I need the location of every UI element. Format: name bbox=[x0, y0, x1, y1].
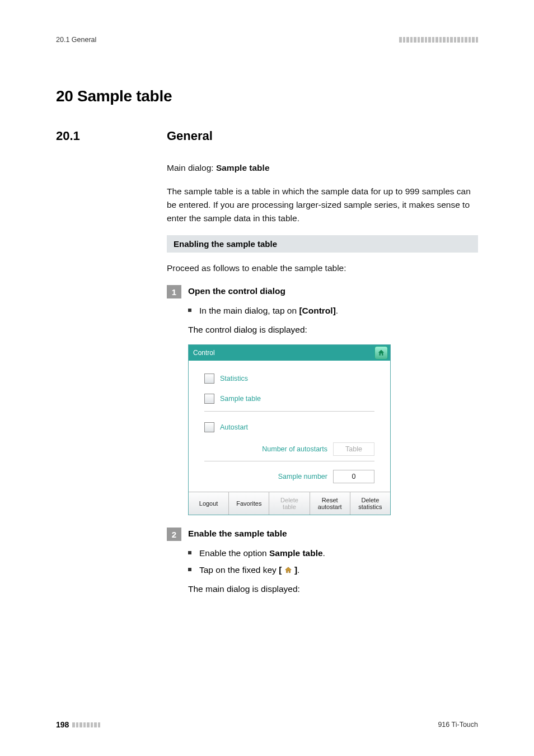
step-1-bullet-1-suffix: . bbox=[336, 306, 338, 315]
checkbox-icon[interactable] bbox=[204, 374, 214, 384]
step-1-number: 1 bbox=[167, 285, 181, 298]
home-button[interactable] bbox=[374, 346, 388, 360]
footer-decor-bars bbox=[72, 722, 100, 727]
control-dialog-title: Control bbox=[193, 349, 215, 357]
step-2-bullet-2-prefix: Tap on the fixed key bbox=[199, 565, 279, 575]
header-section-ref: 20.1 General bbox=[56, 36, 96, 44]
page-number: 198 bbox=[56, 720, 69, 729]
step-2-number: 2 bbox=[167, 528, 181, 541]
step-1-bullet-1-prefix: In the main dialog, tap on bbox=[199, 306, 299, 315]
step-2-bullet-2-key: [ ] bbox=[279, 565, 297, 575]
bullet-icon bbox=[188, 551, 191, 554]
control-dialog-screenshot: Control Statistics Sample table Autostar bbox=[188, 344, 391, 515]
delete-table-button[interactable]: Delete table bbox=[269, 492, 310, 515]
step-2-bullet-1: Enable the option Sample table. bbox=[188, 547, 478, 560]
sample-number-value[interactable]: 0 bbox=[333, 470, 374, 483]
statistics-option[interactable]: Statistics bbox=[204, 368, 374, 389]
step-2-bullet-1-bold: Sample table bbox=[269, 548, 323, 558]
main-dialog-line: Main dialog: Sample table bbox=[167, 161, 478, 175]
step-2-bullet-2-suffix: . bbox=[297, 565, 299, 575]
num-autostarts-value[interactable]: Table bbox=[333, 442, 374, 456]
divider bbox=[204, 461, 374, 461]
note-intro: Proceed as follows to enable the sample … bbox=[167, 262, 478, 275]
num-autostarts-label: Number of autostarts bbox=[262, 445, 327, 453]
home-icon bbox=[284, 566, 292, 574]
step-2-after: The main dialog is displayed: bbox=[188, 582, 478, 596]
header-decor-bars bbox=[399, 37, 478, 43]
section-number: 20.1 bbox=[56, 129, 167, 143]
control-dialog-titlebar: Control bbox=[189, 345, 390, 361]
bullet-icon bbox=[188, 568, 191, 571]
checkbox-icon[interactable] bbox=[204, 422, 214, 432]
autostart-option[interactable]: Autostart bbox=[204, 417, 374, 437]
step-1-bullet-1-bold: [Control] bbox=[299, 306, 335, 315]
step-1-bullet-1: In the main dialog, tap on [Control]. bbox=[188, 304, 478, 318]
sample-number-row: Sample number 0 bbox=[204, 467, 374, 486]
logout-button[interactable]: Logout bbox=[189, 492, 229, 515]
step-2: 2 Enable the sample table Enable the opt… bbox=[167, 528, 478, 596]
home-icon bbox=[377, 349, 385, 357]
divider bbox=[204, 411, 374, 412]
step-2-title: Enable the sample table bbox=[188, 529, 287, 539]
autostart-label: Autostart bbox=[220, 423, 248, 431]
sample-table-option[interactable]: Sample table bbox=[204, 389, 374, 409]
sample-table-label: Sample table bbox=[220, 395, 261, 403]
step-1-after: The control dialog is displayed: bbox=[188, 323, 478, 337]
sample-number-label: Sample number bbox=[278, 473, 327, 480]
bullet-icon bbox=[188, 309, 191, 312]
step-1: 1 Open the control dialog In the main di… bbox=[167, 285, 478, 337]
page-number-block: 198 bbox=[56, 720, 100, 729]
intro-paragraph: The sample table is a table in which the… bbox=[167, 185, 478, 225]
delete-statistics-button[interactable]: Delete statistics bbox=[350, 492, 390, 515]
section-title: General bbox=[167, 129, 213, 143]
product-name: 916 Ti-Touch bbox=[438, 721, 478, 729]
checkbox-icon[interactable] bbox=[204, 394, 214, 404]
step-2-bullet-1-prefix: Enable the option bbox=[199, 548, 269, 558]
step-1-title: Open the control dialog bbox=[188, 286, 285, 296]
num-autostarts-row: Number of autostarts Table bbox=[204, 440, 374, 459]
control-dialog-button-bar: Logout Favorites Delete table Reset auto… bbox=[189, 492, 390, 515]
reset-autostart-button[interactable]: Reset autostart bbox=[310, 492, 350, 515]
step-2-bullet-2: Tap on the fixed key [ ]. bbox=[188, 563, 478, 577]
step-2-bullet-1-suffix: . bbox=[323, 548, 325, 558]
main-dialog-label: Sample table bbox=[216, 163, 270, 172]
chapter-title: 20 Sample table bbox=[56, 87, 478, 105]
main-dialog-prefix: Main dialog: bbox=[167, 163, 216, 172]
note-heading: Enabling the sample table bbox=[167, 235, 478, 253]
statistics-label: Statistics bbox=[220, 375, 248, 382]
favorites-button[interactable]: Favorites bbox=[229, 492, 269, 515]
